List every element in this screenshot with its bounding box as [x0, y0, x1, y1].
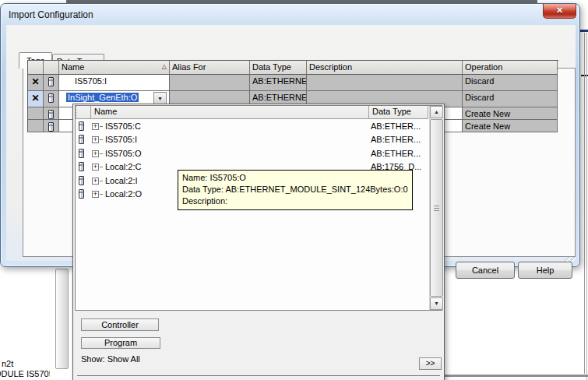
close-button[interactable]: ✕: [543, 4, 576, 19]
help-button[interactable]: Help: [518, 262, 572, 279]
sort-asc-icon: △: [162, 63, 167, 70]
tag-name: Local:2:O: [105, 189, 142, 199]
description-cell[interactable]: [307, 75, 463, 91]
scroll-up-icon: ▲: [434, 109, 439, 114]
row-delete-cell[interactable]: [28, 107, 44, 120]
scroll-up-button[interactable]: ▲: [430, 106, 443, 118]
header-data-type[interactable]: Data Type: [250, 61, 307, 75]
header-alias-for[interactable]: Alias For: [170, 61, 250, 75]
tooltip-description-line: Description:: [182, 195, 408, 207]
expand-plus-icon[interactable]: +: [92, 136, 99, 143]
tag-name: Local:2:C: [105, 162, 141, 171]
background-text-clipped: ODULE IS5705: [0, 369, 50, 380]
row-tag-cell: [44, 75, 59, 91]
list-header-icon: [76, 106, 91, 119]
header-select[interactable]: [28, 61, 44, 75]
tag-icon: [48, 77, 54, 86]
cancel-button[interactable]: Cancel: [456, 262, 515, 279]
tag-list-item[interactable]: + IS5705:O AB:ETHER...: [76, 148, 428, 161]
row-tag-cell: [44, 107, 59, 120]
tooltip-name-line: Name: IS5705:O: [182, 172, 408, 184]
tag-name: IS5705:C: [105, 121, 141, 131]
header-icon[interactable]: [44, 61, 59, 75]
selected-tag-text: InSight_GenEth:O: [66, 93, 139, 102]
row-delete-cell[interactable]: [28, 120, 44, 132]
list-header-data-type[interactable]: Data Type: [369, 106, 428, 119]
name-cell[interactable]: IS5705:I: [59, 75, 170, 91]
delete-x-icon: ✕: [31, 76, 39, 87]
show-filter-label: Show: Show All: [81, 354, 140, 364]
tag-list-item[interactable]: + IS5705:I AB:ETHER...: [76, 134, 428, 147]
tag-icon: [48, 122, 54, 132]
tag-icon: [79, 135, 84, 144]
tag-tooltip: Name: IS5705:O Data Type: AB:ETHERNET_MO…: [178, 170, 413, 210]
scrollbar-thumb[interactable]: [430, 119, 443, 297]
scroll-down-button[interactable]: ▼: [430, 297, 443, 310]
panel-divider: [77, 375, 440, 376]
tag-data-type: AB:ETHER...: [371, 121, 421, 131]
list-header-name[interactable]: Name: [91, 106, 369, 119]
tag-name: IS5705:O: [105, 149, 141, 158]
operation-cell[interactable]: Discard: [463, 91, 558, 107]
tag-name: IS5705:I: [105, 135, 137, 144]
tag-icon: [48, 93, 54, 103]
background-window-edge: [445, 375, 588, 377]
expand-plus-icon[interactable]: +: [92, 164, 99, 171]
operation-cell[interactable]: Create New: [463, 107, 558, 120]
tag-icon: [79, 189, 84, 199]
row-delete-cell[interactable]: ✕: [28, 75, 44, 91]
operation-cell[interactable]: Discard: [463, 75, 558, 91]
tag-icon: [48, 110, 54, 119]
data-type-cell: AB:ETHERNE: [250, 75, 307, 91]
program-button[interactable]: Program: [81, 337, 160, 349]
scroll-down-icon: ▼: [434, 301, 439, 306]
close-icon: ✕: [556, 5, 563, 15]
row-tag-cell: [44, 91, 59, 107]
controller-button[interactable]: Controller: [81, 318, 159, 331]
tag-icon: [79, 149, 84, 158]
list-scrollbar[interactable]: ▲ ▼: [429, 106, 442, 310]
header-name[interactable]: △ Name: [59, 61, 170, 75]
tag-browser-dropdown: Name Data Type + IS5705:C AB:ETHER... + …: [72, 104, 445, 380]
tooltip-datatype-line: Data Type: AB:ETHERNET_MODULE_SINT_124By…: [182, 184, 408, 195]
expand-browser-button[interactable]: >>: [419, 357, 442, 370]
header-description[interactable]: Description: [307, 61, 463, 75]
header-operation[interactable]: Operation: [463, 61, 558, 75]
background-window-edge: [584, 33, 585, 374]
expand-plus-icon[interactable]: +: [92, 178, 99, 185]
chevron-down-icon: ▼: [157, 96, 163, 101]
tag-data-type: AB:ETHER...: [371, 135, 421, 144]
alias-cell[interactable]: [170, 75, 250, 91]
expand-plus-icon[interactable]: +: [92, 150, 99, 157]
background-scrollbar[interactable]: [55, 269, 69, 369]
tag-data-type: AB:ETHER...: [371, 149, 421, 158]
titlebar[interactable]: Import Configuration: [1, 4, 581, 23]
tag-icon: [79, 176, 84, 185]
background-text: n2t: [2, 359, 13, 368]
expand-plus-icon[interactable]: +: [92, 123, 99, 130]
row-delete-cell[interactable]: ✕: [28, 91, 44, 107]
expand-plus-icon[interactable]: +: [92, 191, 99, 198]
tag-name: Local:2:I: [105, 176, 138, 185]
operation-cell[interactable]: Create New: [463, 120, 558, 132]
tag-list-item[interactable]: + IS5705:C AB:ETHER...: [76, 121, 428, 134]
dialog-title: Import Configuration: [9, 9, 93, 20]
tag-icon: [79, 121, 84, 131]
row-tag-cell: [44, 120, 59, 132]
delete-x-icon: ✕: [31, 93, 39, 104]
background-line: [580, 30, 588, 32]
tag-icon: [79, 162, 84, 171]
screen: n2t ODULE IS5705 Import Configuration ✕ …: [0, 0, 588, 380]
background-window-edge: [586, 33, 587, 380]
